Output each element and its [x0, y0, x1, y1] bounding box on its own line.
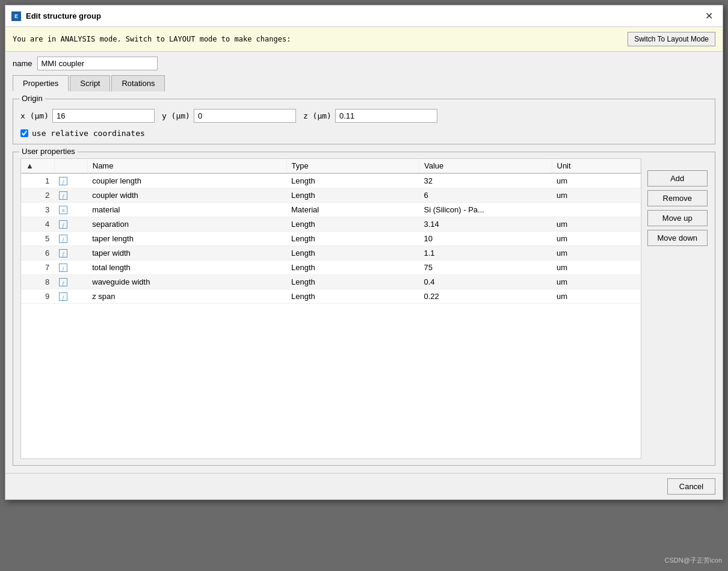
cell-num: 2 [21, 188, 54, 203]
table-row[interactable]: 4 f separation Length 3.14 um [21, 217, 640, 232]
table-row[interactable]: 9 f z span Length 0.22 um [21, 289, 640, 304]
properties-table-container: ▲ Name Type Value Unit 1 f coupler lengt… [20, 158, 641, 459]
cell-unit: um [552, 289, 640, 304]
cell-type: Length [286, 289, 419, 304]
cell-value: 75 [419, 261, 552, 275]
origin-legend: Origin [19, 94, 45, 103]
cell-type: Length [286, 275, 419, 289]
y-input[interactable] [194, 109, 296, 123]
table-header-row: ▲ Name Type Value Unit [21, 159, 640, 173]
cell-num: 7 [21, 261, 54, 275]
name-label: name [13, 59, 32, 68]
user-properties-section: User properties ▲ Name Type Value Unit [13, 152, 715, 466]
cell-unit: um [552, 275, 640, 289]
cell-unit [552, 203, 640, 217]
add-button[interactable]: Add [647, 170, 708, 187]
relative-coords-row: use relative coordinates [20, 129, 708, 138]
length-type-icon: f [59, 220, 67, 229]
dialog-icon: E [11, 11, 21, 21]
cell-value: 0.22 [419, 289, 552, 304]
cell-unit: um [552, 217, 640, 232]
name-row: name [5, 52, 723, 75]
x-coord-group: x (μm) [20, 109, 155, 123]
cell-type: Material [286, 203, 419, 217]
analysis-message: You are in ANALYSIS mode. Switch to LAYO… [13, 35, 291, 43]
origin-fields: x (μm) y (μm) z (μm) [20, 109, 708, 123]
switch-to-layout-button[interactable]: Switch To Layout Mode [628, 32, 715, 46]
cell-name: material [87, 203, 286, 217]
cell-icon: f [54, 275, 87, 289]
relative-coords-checkbox[interactable] [20, 129, 28, 137]
origin-section: Origin x (μm) y (μm) z (μm) use relative… [13, 99, 715, 144]
z-coord-group: z (μm) [303, 109, 437, 123]
cell-name: coupler length [87, 173, 286, 188]
move-down-button[interactable]: Move down [647, 230, 708, 246]
cell-value: 6 [419, 188, 552, 203]
col-header-value: Value [419, 159, 552, 173]
y-coord-group: y (μm) [162, 109, 296, 123]
table-row[interactable]: 8 f waveguide width Length 0.4 um [21, 275, 640, 289]
cell-num: 4 [21, 217, 54, 232]
cell-name: z span [87, 289, 286, 304]
cell-num: 9 [21, 289, 54, 304]
tab-properties[interactable]: Properties [13, 75, 69, 91]
title-bar: E Edit structure group ✕ [5, 5, 723, 27]
cell-type: Length [286, 232, 419, 246]
cell-name: taper width [87, 246, 286, 261]
table-row[interactable]: 5 f taper length Length 10 um [21, 232, 640, 246]
relative-coords-label: use relative coordinates [32, 129, 145, 138]
dialog-title: Edit structure group [26, 11, 101, 20]
length-type-icon: f [59, 177, 67, 185]
table-row[interactable]: 1 f coupler length Length 32 um [21, 173, 640, 188]
cell-num: 1 [21, 173, 54, 188]
close-button[interactable]: ✕ [702, 9, 717, 23]
tab-rotations[interactable]: Rotations [111, 75, 165, 91]
dialog-footer: Cancel [5, 473, 723, 499]
y-label: y (μm) [162, 111, 190, 120]
sort-arrow-icon: ▲ [26, 161, 34, 170]
cell-num: 8 [21, 275, 54, 289]
name-input[interactable] [37, 57, 158, 70]
cell-unit: um [552, 261, 640, 275]
content-area: Origin x (μm) y (μm) z (μm) use relative… [5, 91, 723, 473]
x-input[interactable] [52, 109, 155, 123]
cell-value: Si (Silicon) - Pa... [419, 203, 552, 217]
table-row[interactable]: 2 f coupler width Length 6 um [21, 188, 640, 203]
cell-name: coupler width [87, 188, 286, 203]
x-label: x (μm) [20, 111, 49, 120]
z-label: z (μm) [303, 111, 332, 120]
col-header-unit: Unit [552, 159, 640, 173]
cell-num: 6 [21, 246, 54, 261]
cell-unit: um [552, 188, 640, 203]
material-type-icon: ≡ [59, 206, 67, 214]
col-header-icon [54, 159, 87, 173]
cell-icon: f [54, 232, 87, 246]
cell-icon: f [54, 173, 87, 188]
cell-num: 5 [21, 232, 54, 246]
cell-value: 3.14 [419, 217, 552, 232]
title-bar-left: E Edit structure group [11, 11, 101, 21]
tabs-bar: Properties Script Rotations [5, 75, 723, 91]
cell-unit: um [552, 232, 640, 246]
table-row[interactable]: 3 ≡ material Material Si (Silicon) - Pa.… [21, 203, 640, 217]
table-row[interactable]: 7 f total length Length 75 um [21, 261, 640, 275]
cell-unit: um [552, 173, 640, 188]
cell-unit: um [552, 246, 640, 261]
tab-script[interactable]: Script [70, 75, 110, 91]
length-type-icon: f [59, 278, 67, 286]
length-type-icon: f [59, 264, 67, 272]
cell-num: 3 [21, 203, 54, 217]
right-action-buttons: Add Remove Move up Move down [647, 158, 708, 459]
length-type-icon: f [59, 249, 67, 258]
remove-button[interactable]: Remove [647, 190, 708, 206]
table-row[interactable]: 6 f taper width Length 1.1 um [21, 246, 640, 261]
cell-icon: f [54, 188, 87, 203]
z-input[interactable] [335, 109, 437, 123]
length-type-icon: f [59, 235, 67, 243]
col-header-type: Type [286, 159, 419, 173]
move-up-button[interactable]: Move up [647, 210, 708, 226]
cell-icon: f [54, 261, 87, 275]
cell-name: taper length [87, 232, 286, 246]
cancel-button[interactable]: Cancel [667, 478, 715, 495]
cell-icon: f [54, 246, 87, 261]
